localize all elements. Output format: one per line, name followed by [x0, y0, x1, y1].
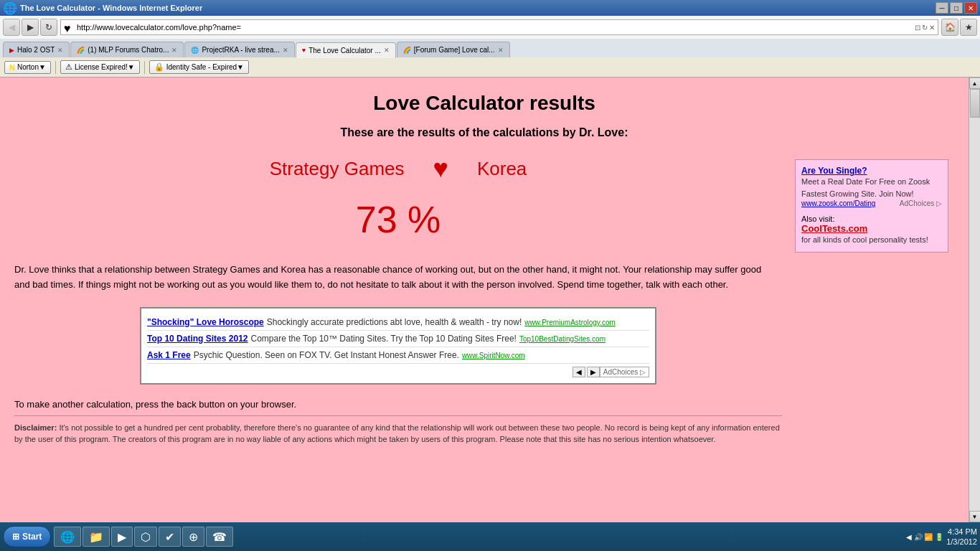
taskbar-items: 🌐 📁 ▶ ⬡ ✔ ⊕ ☎	[54, 527, 903, 547]
tab-forum-favicon: 🌈	[403, 47, 411, 54]
sidebar-ad-footer: www.zoosk.com/Dating AdChoices ▷	[801, 199, 942, 207]
tab-forum-close[interactable]: ✕	[498, 47, 504, 54]
bottom-ad-row-1: "Shocking" Love Horoscope Shockingly acc…	[147, 314, 649, 331]
maximize-button[interactable]: □	[950, 2, 963, 14]
disclaimer-label: Disclaimer:	[14, 423, 57, 432]
sidebar-adchoices[interactable]: AdChoices ▷	[900, 199, 942, 207]
ad2-url[interactable]: Top10BestDatingSites.com	[519, 335, 606, 343]
ad-scroll-left[interactable]: ◀	[573, 367, 585, 377]
tab-mlp-favicon: 🌈	[77, 47, 85, 54]
name1-text: Strategy Games	[270, 158, 405, 180]
taskbar-skype[interactable]: ☎	[206, 527, 233, 547]
taskbar-check[interactable]: ✔	[159, 527, 181, 547]
taskbar-chrome[interactable]: ⊕	[182, 527, 204, 547]
scroll-thumb[interactable]	[970, 89, 980, 118]
tabs-bar: ▶ Halo 2 OST ✕ 🌈 (1) MLP Forums Chatro..…	[0, 39, 980, 57]
tab-halo[interactable]: ▶ Halo 2 OST ✕	[3, 42, 70, 57]
name2-text: Korea	[477, 158, 527, 180]
tab-love[interactable]: ♥ The Love Calculator ... ✕	[296, 42, 396, 58]
toolbar-divider-2	[144, 61, 145, 74]
tab-project[interactable]: 🌐 ProjectRKA - live strea... ✕	[184, 42, 294, 57]
sidebar-ad-link[interactable]: www.zoosk.com/Dating	[801, 199, 875, 207]
title-bar: 🌐 The Love Calculator - Windows Internet…	[0, 0, 980, 16]
taskbar-explorer[interactable]: 📁	[83, 527, 110, 547]
forward-button[interactable]: ▶	[22, 19, 39, 36]
taskbar-skype-icon: ☎	[212, 530, 227, 544]
cool-tests-body: for all kinds of cool personality tests!	[801, 234, 942, 246]
address-bar[interactable]: ♥ ⊡ ↻ ✕	[60, 19, 938, 35]
bottom-ad-row-2: Top 10 Dating Sites 2012 Compare the Top…	[147, 331, 649, 347]
tab-forum-label: [Forum Game] Love cal...	[414, 46, 495, 54]
ad1-headline[interactable]: "Shocking" Love Horoscope	[147, 317, 264, 327]
taskbar-ie-icon: 🌐	[60, 530, 75, 544]
taskbar-hp-icon: ⬡	[141, 530, 151, 544]
clock-display: 4:34 PM 1/3/2012	[946, 527, 977, 547]
ad1-url[interactable]: www.PremiumAstrology.com	[524, 319, 616, 326]
tab-love-label: The Love Calculator ...	[308, 47, 381, 55]
identity-label: Identity Safe - Expired▼	[166, 63, 244, 71]
license-button[interactable]: ⚠ License Expired!▼	[60, 60, 140, 74]
scroll-up-button[interactable]: ▲	[969, 77, 981, 89]
also-visit-label: Also visit:	[801, 215, 942, 223]
ad2-headline[interactable]: Top 10 Dating Sites 2012	[147, 334, 248, 344]
address-favicon: ♥	[64, 22, 74, 32]
tab-mlp-close[interactable]: ✕	[171, 47, 177, 54]
favorites-button[interactable]: ★	[960, 19, 977, 36]
taskbar-explorer-icon: 📁	[89, 530, 103, 544]
bottom-ads-box: "Shocking" Love Horoscope Shockingly acc…	[140, 307, 656, 385]
taskbar-ie[interactable]: 🌐	[54, 527, 81, 547]
divider-line	[14, 415, 782, 416]
tab-love-close[interactable]: ✕	[384, 47, 390, 54]
ad-choices-button[interactable]: AdChoices ▷	[600, 367, 649, 377]
description-text: Dr. Love thinks that a relationship betw…	[14, 263, 768, 293]
page-subtitle: These are the results of the calculation…	[14, 126, 954, 139]
license-label: License Expired!▼	[75, 63, 135, 71]
norton-toolbar: N Norton▼ ⚠ License Expired!▼ 🔒 Identity…	[0, 57, 980, 77]
license-icon: ⚠	[65, 62, 72, 72]
bottom-ads-footer: ◀ ▶ AdChoices ▷	[147, 364, 649, 377]
ad-scroll-right[interactable]: ▶	[587, 367, 600, 377]
cool-tests-link[interactable]: CoolTests.com	[801, 223, 942, 234]
start-button[interactable]: ⊞ Start	[3, 526, 51, 547]
nav-bar: ◀ ▶ ↻ ♥ ⊡ ↻ ✕ 🏠 ★	[0, 16, 980, 39]
title-bar-buttons: ─ □ ✕	[936, 2, 977, 14]
scroll-track	[969, 89, 980, 511]
tab-halo-close[interactable]: ✕	[57, 47, 63, 54]
back-instruction: To make another calculation, press the b…	[14, 399, 782, 410]
refresh-button[interactable]: ↻	[40, 19, 57, 36]
ad3-url[interactable]: www.SpiritNow.com	[462, 352, 525, 359]
refresh-icon: ↻	[922, 24, 928, 32]
ad-scroll-arrows: ◀ ▶	[573, 367, 600, 377]
ad3-headline[interactable]: Ask 1 Free	[147, 350, 191, 360]
title-bar-icon: 🌐	[3, 1, 17, 15]
tab-mlp[interactable]: 🌈 (1) MLP Forums Chatro... ✕	[70, 42, 184, 57]
scroll-down-button[interactable]: ▼	[969, 511, 981, 522]
taskbar-chrome-icon: ⊕	[189, 530, 198, 544]
disclaimer-text: Disclaimer: It's not possible to get a h…	[14, 422, 782, 446]
identity-icon: 🔒	[154, 62, 164, 72]
ad3-desc: Psychic Question. Seen on FOX TV. Get In…	[194, 350, 459, 360]
minimize-button[interactable]: ─	[936, 2, 948, 14]
norton-button[interactable]: N Norton▼	[4, 61, 51, 74]
taskbar-hp[interactable]: ⬡	[134, 527, 157, 547]
home-button[interactable]: 🏠	[941, 19, 958, 36]
ad1-desc: Shockingly accurate predictions abt love…	[267, 317, 522, 327]
bottom-ad-row-3: Ask 1 Free Psychic Question. Seen on FOX…	[147, 347, 649, 364]
start-label: Start	[22, 532, 42, 542]
back-button[interactable]: ◀	[3, 19, 20, 36]
address-input[interactable]	[77, 23, 915, 32]
names-row: Strategy Games ♥ Korea	[14, 154, 782, 184]
ad-sidebar: Are You Single? Meet a Real Date For Fre…	[789, 154, 954, 446]
tab-mlp-label: (1) MLP Forums Chatro...	[88, 46, 169, 54]
tab-project-close[interactable]: ✕	[283, 47, 288, 54]
title-bar-left: 🌐 The Love Calculator - Windows Internet…	[3, 1, 202, 15]
identity-button[interactable]: 🔒 Identity Safe - Expired▼	[149, 60, 249, 74]
taskbar-media[interactable]: ▶	[111, 527, 133, 547]
close-button[interactable]: ✕	[964, 2, 977, 14]
page-title: Love Calculator results	[14, 92, 954, 115]
taskbar-check-icon: ✔	[165, 530, 174, 544]
toolbar-divider-1	[55, 61, 56, 74]
system-tray: ◀ 🔊 📶 🔋 4:34 PM 1/3/2012	[906, 527, 977, 547]
sidebar-ad-title[interactable]: Are You Single?	[801, 166, 942, 176]
tab-forum[interactable]: 🌈 [Forum Game] Love cal... ✕	[397, 42, 510, 57]
